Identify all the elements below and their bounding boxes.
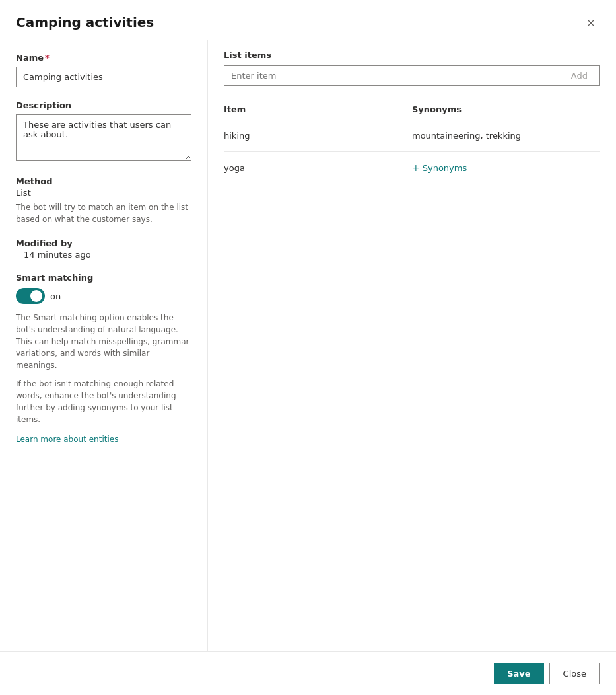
column-synonyms-header: Synonyms (412, 104, 600, 114)
dialog-footer: Save Close (0, 651, 616, 695)
dialog-header: Camping activities × (0, 0, 616, 40)
name-input[interactable] (16, 67, 191, 87)
method-description: The bot will try to match an item on the… (16, 201, 191, 225)
toggle-row: on (16, 288, 191, 304)
cell-item-hiking: hiking (224, 131, 412, 141)
table-row: yoga + Synonyms (224, 152, 600, 184)
save-button[interactable]: Save (494, 663, 543, 684)
description-field-section: Description These are activities that us… (16, 100, 191, 163)
table-header: Item Synonyms (224, 99, 600, 120)
close-dialog-button[interactable]: × (582, 13, 600, 32)
name-label: Name * (16, 53, 191, 63)
modified-by-label: Modified by (16, 238, 191, 248)
enter-item-input[interactable] (224, 66, 559, 85)
list-items-label: List items (224, 50, 600, 60)
add-item-row: Add (224, 65, 600, 86)
toggle-thumb (30, 290, 42, 302)
cell-synonyms-yoga: + Synonyms (412, 163, 600, 173)
name-field-section: Name * (16, 53, 191, 87)
method-value: List (16, 188, 191, 198)
left-panel: Name * Description These are activities … (0, 40, 208, 651)
dialog-body: Name * Description These are activities … (0, 40, 616, 651)
table-row: hiking mountaineering, trekking (224, 120, 600, 152)
cell-item-yoga: yoga (224, 163, 412, 173)
required-indicator: * (45, 53, 50, 63)
smart-desc-1: The Smart matching option enables the bo… (16, 312, 191, 371)
smart-matching-label: Smart matching (16, 273, 191, 283)
add-synonyms-button[interactable]: + Synonyms (412, 163, 467, 173)
description-label: Description (16, 100, 191, 110)
add-synonyms-label: Synonyms (423, 163, 467, 173)
modified-by-value: 14 minutes ago (24, 250, 191, 260)
smart-matching-section: Smart matching on The Smart matching opt… (16, 273, 191, 445)
plus-icon: + (412, 163, 420, 173)
description-input[interactable]: These are activities that users can ask … (16, 114, 191, 161)
add-item-button[interactable]: Add (559, 66, 599, 85)
smart-desc-2: If the bot isn't matching enough related… (16, 378, 191, 425)
method-section: Method List The bot will try to match an… (16, 176, 191, 225)
modified-by-section: Modified by 14 minutes ago (16, 238, 191, 260)
toggle-track (16, 288, 45, 304)
cell-synonyms-hiking: mountaineering, trekking (412, 131, 600, 141)
dialog: Camping activities × Name * Description … (0, 0, 616, 695)
close-icon: × (586, 17, 595, 29)
right-panel: List items Add Item Synonyms hiking moun… (208, 40, 616, 651)
learn-more-link[interactable]: Learn more about entities (16, 435, 118, 444)
method-label: Method (16, 176, 191, 186)
dialog-title: Camping activities (16, 15, 154, 30)
column-item-header: Item (224, 104, 412, 114)
toggle-state-label: on (50, 291, 61, 301)
close-button[interactable]: Close (549, 663, 600, 684)
smart-matching-toggle[interactable] (16, 288, 45, 304)
